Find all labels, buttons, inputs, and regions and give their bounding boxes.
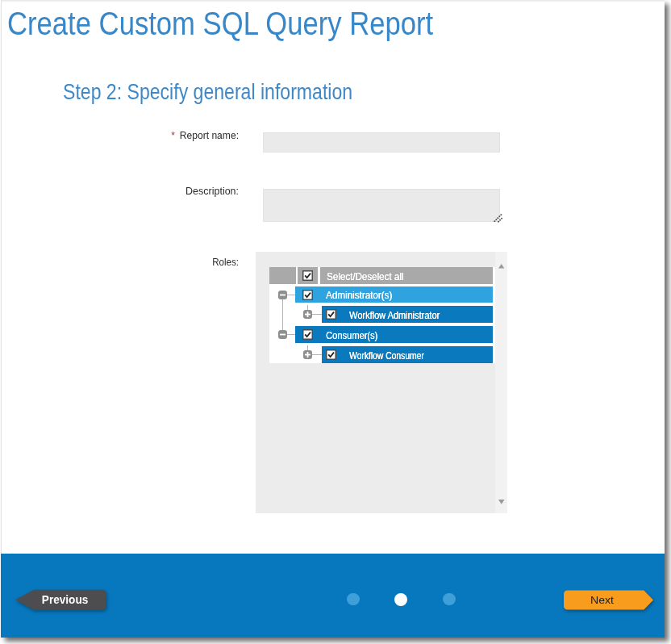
svg-text:Next: Next <box>590 594 614 606</box>
svg-text:Previous: Previous <box>42 592 89 606</box>
